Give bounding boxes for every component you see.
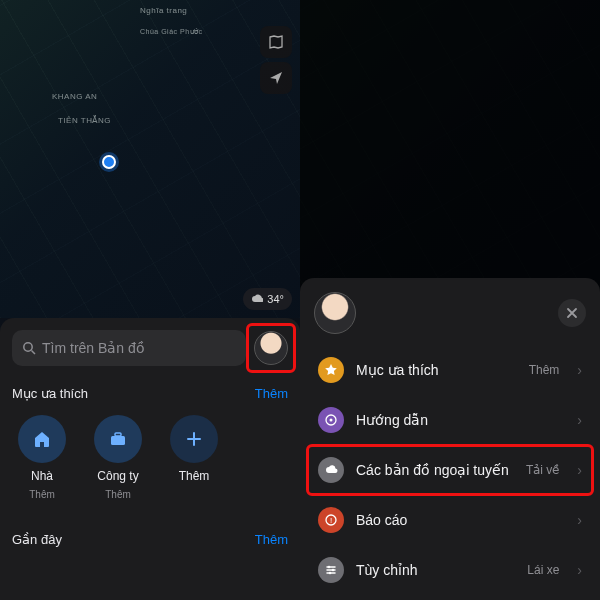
menu-trail: Tải về (526, 463, 559, 477)
chevron-right-icon: › (577, 362, 582, 378)
menu-label: Tùy chỉnh (356, 562, 515, 578)
svg-rect-3 (115, 433, 121, 436)
map-label-khangan: KHANG AN (52, 92, 97, 101)
avatar[interactable] (254, 331, 288, 365)
locate-button[interactable] (260, 62, 292, 94)
favorite-label: Thêm (179, 469, 210, 483)
menu-guides[interactable]: Hướng dẫn › (314, 396, 586, 444)
svg-line-1 (32, 351, 36, 355)
svg-point-5 (330, 419, 333, 422)
favorites-row: Nhà Thêm Công ty Thêm Thêm (12, 415, 288, 500)
map-label-nghiatrang: Nghĩa trang (140, 6, 187, 15)
report-icon: ! (318, 507, 344, 533)
menu-trail: Thêm (529, 363, 560, 377)
favorite-sub: Thêm (105, 489, 131, 500)
search-row: Tìm trên Bản đồ (12, 330, 288, 366)
menu-label: Mục ưa thích (356, 362, 517, 378)
favorite-label: Công ty (97, 469, 138, 483)
cloud-download-icon (318, 457, 344, 483)
favorites-more-link[interactable]: Thêm (255, 386, 288, 401)
menu-report[interactable]: ! Báo cáo › (314, 496, 586, 544)
svg-point-9 (332, 569, 335, 572)
search-icon (22, 341, 36, 355)
account-sheet: Mục ưa thích Thêm › Hướng dẫn › Các bản … (300, 278, 600, 600)
close-button[interactable] (558, 299, 586, 327)
plus-icon (170, 415, 218, 463)
map-label-chua: Chùa Giác Phước (140, 28, 203, 36)
map-background (0, 0, 300, 318)
menu-label: Các bản đồ ngoại tuyến (356, 462, 514, 478)
svg-text:!: ! (330, 516, 332, 525)
sheet-header (314, 292, 586, 334)
svg-point-10 (329, 572, 332, 575)
favorites-title: Mục ưa thích (12, 386, 88, 401)
favorite-label: Nhà (31, 469, 53, 483)
map-label-tienthang: TIÊN THẮNG (58, 116, 111, 125)
recent-more-link[interactable]: Thêm (255, 532, 288, 547)
menu-offline-maps[interactable]: Các bản đồ ngoại tuyến Tải về › (314, 446, 586, 494)
chevron-right-icon: › (577, 562, 582, 578)
account-menu: Mục ưa thích Thêm › Hướng dẫn › Các bản … (314, 346, 586, 594)
favorite-sub: Thêm (29, 489, 55, 500)
menu-label: Hướng dẫn (356, 412, 559, 428)
search-input[interactable]: Tìm trên Bản đồ (12, 330, 246, 366)
menu-favorites[interactable]: Mục ưa thích Thêm › (314, 346, 586, 394)
recent-header: Gần đây Thêm (12, 532, 288, 547)
screenshot-left: Nghĩa trang Chùa Giác Phước KHANG AN TIÊ… (0, 0, 300, 600)
briefcase-icon (94, 415, 142, 463)
close-icon (566, 307, 578, 319)
menu-trail: Lái xe (527, 563, 559, 577)
cloud-icon (251, 293, 263, 305)
customize-icon (318, 557, 344, 583)
map-mode-button[interactable] (260, 26, 292, 58)
current-location-dot (102, 155, 116, 169)
star-icon (318, 357, 344, 383)
chevron-right-icon: › (577, 412, 582, 428)
screenshot-right: Mục ưa thích Thêm › Hướng dẫn › Các bản … (300, 0, 600, 600)
svg-point-8 (328, 566, 331, 569)
guide-icon (318, 407, 344, 433)
menu-customize[interactable]: Tùy chỉnh Lái xe › (314, 546, 586, 594)
weather-temp: 34° (267, 293, 284, 305)
chevron-right-icon: › (577, 462, 582, 478)
favorite-work[interactable]: Công ty Thêm (88, 415, 148, 500)
recent-title: Gần đây (12, 532, 62, 547)
weather-badge[interactable]: 34° (243, 288, 292, 310)
avatar[interactable] (314, 292, 356, 334)
svg-rect-2 (111, 436, 125, 445)
map-mode-icon (268, 34, 284, 50)
bottom-sheet: Tìm trên Bản đồ Mục ưa thích Thêm Nhà Th… (0, 318, 300, 600)
favorite-home[interactable]: Nhà Thêm (12, 415, 72, 500)
svg-point-0 (24, 343, 32, 351)
map-controls (260, 26, 292, 94)
favorite-add[interactable]: Thêm (164, 415, 224, 500)
location-arrow-icon (269, 71, 283, 85)
home-icon (18, 415, 66, 463)
menu-label: Báo cáo (356, 512, 559, 528)
chevron-right-icon: › (577, 512, 582, 528)
search-placeholder: Tìm trên Bản đồ (42, 340, 145, 356)
map-area[interactable]: Nghĩa trang Chùa Giác Phước KHANG AN TIÊ… (0, 0, 300, 318)
favorites-header: Mục ưa thích Thêm (12, 386, 288, 401)
